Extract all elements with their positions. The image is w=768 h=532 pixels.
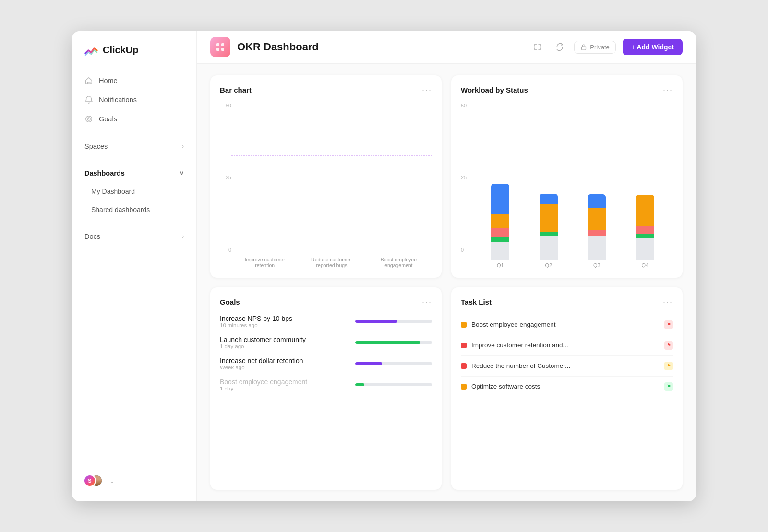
task-list-widget: Task List ··· Boost employee engagement … [451,287,683,490]
y-label-0: 0 [220,247,231,253]
sidebar-item-dashboards[interactable]: Dashboards ∨ [78,165,191,182]
workload-header: Workload by Status ··· [461,85,673,95]
bars-container: Improve customerretention Reduce custome… [231,103,432,268]
sidebar-bottom[interactable]: S ⌄ [72,469,196,494]
q2-green [540,232,558,236]
spaces-label: Spaces [84,142,108,150]
task-list: Boost employee engagement ⚑ Improve cust… [461,315,673,480]
goal-name-0: Increase NPS by 10 bps [220,315,292,322]
logo[interactable]: ClickUp [72,43,196,71]
bar-chart-area: 50 25 0 [220,103,432,268]
sidebar-item-docs[interactable]: Docs › [78,228,191,245]
goal-row-1: Launch customer community 1 day ago [220,336,432,349]
add-widget-button[interactable]: + Add Widget [623,39,683,55]
q1-blue [491,184,509,214]
notifications-label: Notifications [99,96,137,104]
q2-stack [540,194,558,236]
q4-pink [636,226,654,234]
goals-icon [84,115,93,123]
app-name: ClickUp [103,45,138,56]
private-label: Private [590,44,609,51]
bar-chart-header: Bar chart ··· [220,85,432,95]
q2-gray [540,236,558,260]
task-list-menu[interactable]: ··· [663,297,673,307]
sidebar-item-goals[interactable]: Goals [78,110,191,128]
goal-item-3: Boost employee engagement 1 day [220,378,432,391]
svg-rect-3 [216,43,219,46]
bars-inner [231,103,432,254]
sidebar-item-notifications[interactable]: Notifications [78,91,191,109]
y-label-50: 50 [220,103,231,108]
goals-title: Goals [220,298,240,306]
grid-icon [215,42,226,52]
goal-row-3: Boost employee engagement 1 day [220,378,432,391]
goal-name-1: Launch customer community [220,336,306,343]
task-item-2[interactable]: Reduce the number of Customer... ⚑ [461,356,673,377]
q3-stack [588,194,606,236]
spaces-chevron-icon: › [182,143,184,150]
goal-row-0: Increase NPS by 10 bps 10 minutes ago [220,315,432,328]
q1-gray [491,242,509,260]
q3-blue [588,194,606,208]
workload-chart-area: 50 25 0 [461,103,673,268]
shared-dashboards-label: Shared dashboards [91,206,150,213]
avatar-group[interactable]: S [84,474,105,488]
bar-chart-title: Bar chart [220,86,252,94]
private-badge[interactable]: Private [574,41,615,54]
dashboards-label: Dashboards [84,169,125,177]
progress-fill-1 [355,341,420,344]
task-dot-1 [461,343,467,348]
sidebar: ClickUp Home Notifications [72,31,197,501]
x-label-2: Boost employeeengagement [365,257,432,268]
workload-q4 [636,195,654,260]
bar-chart-menu[interactable]: ··· [422,85,432,95]
sidebar-item-spaces[interactable]: Spaces › [78,138,191,155]
workload-menu[interactable]: ··· [663,85,673,95]
my-dashboard-label: My Dashboard [91,188,135,195]
svg-rect-4 [221,43,224,46]
progress-bg-3 [355,383,432,386]
task-dot-2 [461,363,467,369]
q2-blue [540,194,558,204]
docs-chevron-icon: › [182,233,184,240]
q1-stack [491,184,509,242]
workload-bars-inner [472,103,673,260]
task-item-0[interactable]: Boost employee engagement ⚑ [461,315,673,335]
workload-q3 [588,194,606,260]
task-list-header: Task List ··· [461,297,673,307]
goals-menu[interactable]: ··· [422,297,432,307]
task-flag-2: ⚑ [664,362,673,370]
task-flag-1: ⚑ [664,341,673,350]
topbar-actions: Private + Add Widget [530,39,683,55]
lock-icon [580,44,587,50]
progress-fill-3 [355,383,364,386]
q4-green [636,234,654,238]
workload-q2 [540,194,558,260]
goal-item-2: Increase net dollar retention Week ago [220,357,432,370]
wl-q1-label: Q1 [476,262,525,268]
goal-time-1: 1 day ago [220,343,306,349]
sidebar-item-my-dashboard[interactable]: My Dashboard [78,183,191,200]
task-item-1[interactable]: Improve customer retention and... ⚑ [461,335,673,356]
task-name-3: Optimize software costs [471,383,660,390]
progress-fill-2 [355,362,382,365]
workload-q1 [491,184,509,260]
q1-green [491,237,509,242]
docs-label: Docs [84,233,100,240]
bell-icon [84,95,93,104]
sidebar-item-home[interactable]: Home [78,71,191,90]
clickup-logo-icon [84,43,99,58]
goal-row-2: Increase net dollar retention Week ago [220,357,432,370]
expand-button[interactable] [530,39,545,55]
task-name-1: Improve customer retention and... [471,342,660,349]
grid-top [231,103,432,103]
task-dot-0 [461,322,467,328]
dashboard-grid: Bar chart ··· 50 25 0 [197,64,696,501]
sidebar-item-shared-dashboards[interactable]: Shared dashboards [78,201,191,218]
task-dot-3 [461,384,467,390]
goal-progress-2 [355,362,432,365]
task-item-3[interactable]: Optimize software costs ⚑ [461,377,673,397]
main-content: OKR Dashboard [197,31,696,501]
sidebar-nav: Home Notifications Goals Spaces [72,71,196,245]
refresh-button[interactable] [552,39,567,55]
